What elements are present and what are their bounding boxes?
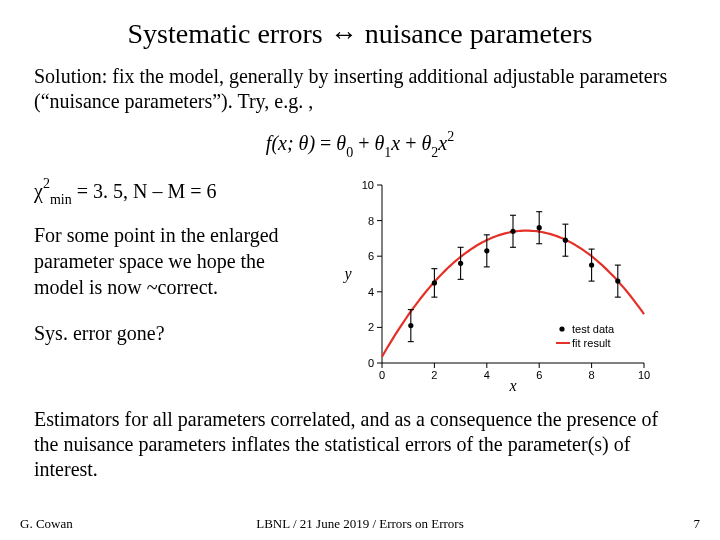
eq-eq: = bbox=[315, 132, 336, 154]
svg-text:y: y bbox=[342, 265, 352, 283]
eq-theta0: θ bbox=[336, 132, 346, 154]
eq-plus1: + bbox=[353, 132, 374, 154]
left-column: χ2min = 3. 5, N – M = 6 For some point i… bbox=[34, 175, 314, 346]
svg-text:8: 8 bbox=[589, 369, 595, 381]
svg-point-39 bbox=[458, 260, 463, 265]
eq-sub2: 2 bbox=[431, 145, 438, 160]
chi-symbol: χ bbox=[34, 179, 43, 201]
svg-text:fit result: fit result bbox=[572, 337, 611, 349]
footer-center: LBNL / 21 June 2019 / Errors on Errors bbox=[256, 516, 464, 532]
svg-point-47 bbox=[510, 228, 515, 233]
page-title: Systematic errors ↔ nuisance parameters bbox=[34, 18, 686, 50]
slide-footer: G. Cowan LBNL / 21 June 2019 / Errors on… bbox=[0, 516, 720, 532]
svg-text:2: 2 bbox=[368, 321, 374, 333]
chi-rest: = 3. 5, N – M = 6 bbox=[72, 179, 217, 201]
eq-theta2: θ bbox=[421, 132, 431, 154]
svg-text:6: 6 bbox=[368, 250, 374, 262]
svg-point-31 bbox=[408, 323, 413, 328]
para-enlarged: For some point in the enlarged parameter… bbox=[34, 222, 314, 300]
eq-x2: x bbox=[438, 132, 447, 154]
svg-text:10: 10 bbox=[362, 179, 374, 191]
svg-text:4: 4 bbox=[368, 285, 374, 297]
svg-text:x: x bbox=[508, 377, 516, 393]
chi2-line: χ2min = 3. 5, N – M = 6 bbox=[34, 177, 314, 208]
eq-sub0: 0 bbox=[346, 145, 353, 160]
svg-point-35 bbox=[432, 280, 437, 285]
footer-page-number: 7 bbox=[694, 516, 701, 532]
model-equation: f(x; θ) = θ0 + θ1x + θ2x2 bbox=[34, 130, 686, 159]
svg-text:0: 0 bbox=[368, 357, 374, 369]
intro-text: Solution: fix the model, generally by in… bbox=[34, 64, 686, 114]
eq-theta1: θ bbox=[374, 132, 384, 154]
chi-sq: 2 bbox=[43, 176, 50, 191]
eq-pow2: 2 bbox=[447, 129, 454, 144]
svg-text:0: 0 bbox=[379, 369, 385, 381]
chi-min: min bbox=[50, 192, 72, 207]
eq-plus2: + bbox=[400, 132, 421, 154]
fit-plot: 02468100246810xytest datafit result bbox=[334, 175, 654, 393]
svg-point-59 bbox=[589, 262, 594, 267]
svg-text:10: 10 bbox=[638, 369, 650, 381]
eq-x1: x bbox=[391, 132, 400, 154]
svg-point-55 bbox=[563, 237, 568, 242]
svg-point-51 bbox=[537, 225, 542, 230]
svg-text:test data: test data bbox=[572, 323, 615, 335]
svg-text:6: 6 bbox=[536, 369, 542, 381]
eq-sub1: 1 bbox=[384, 145, 391, 160]
sys-question: Sys. error gone? bbox=[34, 320, 314, 346]
svg-text:4: 4 bbox=[484, 369, 490, 381]
outro-text: Estimators for all parameters correlated… bbox=[34, 407, 686, 482]
footer-author: G. Cowan bbox=[20, 516, 73, 532]
svg-point-63 bbox=[615, 278, 620, 283]
svg-point-64 bbox=[559, 326, 564, 331]
svg-point-43 bbox=[484, 248, 489, 253]
svg-text:8: 8 bbox=[368, 214, 374, 226]
eq-args: (x; θ) bbox=[271, 132, 315, 154]
svg-text:2: 2 bbox=[431, 369, 437, 381]
